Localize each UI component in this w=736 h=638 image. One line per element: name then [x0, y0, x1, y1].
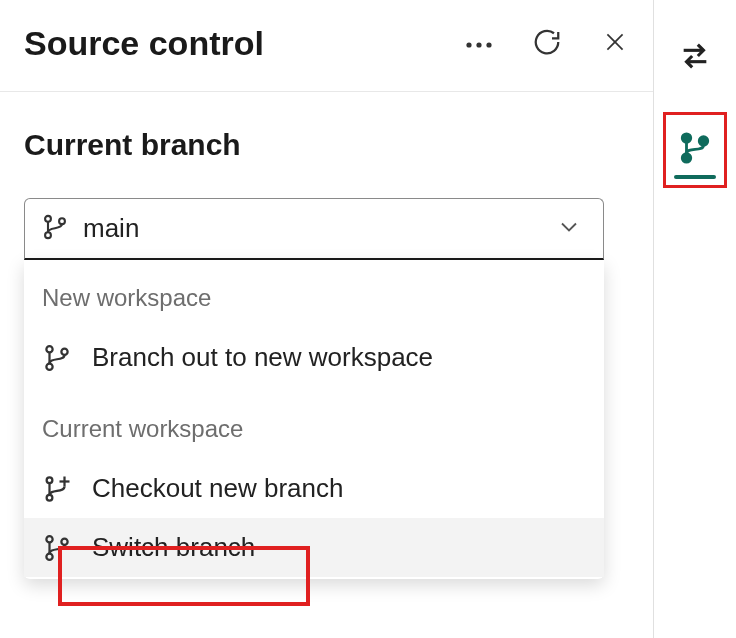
header-actions	[465, 30, 629, 58]
menu-item-checkout-new[interactable]: Checkout new branch	[24, 459, 604, 518]
more-icon	[465, 35, 493, 53]
branch-dropdown-menu: New workspace Branch out to new workspac…	[24, 260, 604, 579]
swap-arrows-icon	[678, 39, 712, 77]
svg-point-1	[476, 42, 481, 47]
branch-dropdown: main New workspace Branch out to new wor…	[24, 198, 604, 260]
section-label: Current branch	[24, 128, 629, 162]
right-rail	[654, 0, 736, 638]
branch-dropdown-trigger[interactable]: main	[24, 198, 604, 260]
svg-point-11	[47, 477, 53, 483]
svg-point-16	[682, 134, 691, 143]
menu-item-switch-branch[interactable]: Switch branch	[24, 518, 604, 577]
active-indicator	[674, 175, 716, 179]
svg-point-15	[61, 538, 67, 544]
branch-icon	[678, 131, 712, 169]
dropdown-group-label: New workspace	[24, 278, 604, 328]
svg-point-9	[46, 363, 52, 369]
panel-header: Source control	[0, 0, 653, 92]
rail-source-control-button[interactable]	[663, 112, 727, 188]
close-button[interactable]	[601, 30, 629, 58]
panel-title: Source control	[24, 24, 264, 63]
chevron-down-icon	[555, 213, 583, 245]
menu-item-label: Checkout new branch	[92, 473, 343, 504]
svg-point-5	[45, 215, 51, 221]
svg-point-7	[59, 218, 65, 224]
svg-point-14	[46, 553, 52, 559]
refresh-icon	[532, 27, 562, 61]
dropdown-group-label: Current workspace	[24, 409, 604, 459]
rail-swap-button[interactable]	[663, 28, 727, 88]
branch-plus-icon	[42, 474, 76, 504]
svg-point-13	[46, 536, 52, 542]
branch-icon	[42, 343, 76, 373]
refresh-button[interactable]	[533, 30, 561, 58]
close-icon	[602, 29, 628, 59]
branch-dropdown-value: main	[83, 213, 139, 244]
branch-icon	[41, 213, 69, 245]
svg-point-8	[46, 346, 52, 352]
branch-icon	[42, 533, 76, 563]
menu-item-branch-out[interactable]: Branch out to new workspace	[24, 328, 604, 387]
svg-point-2	[486, 42, 491, 47]
svg-point-6	[45, 232, 51, 238]
svg-point-12	[47, 494, 53, 500]
svg-point-17	[682, 154, 691, 163]
svg-point-18	[699, 137, 708, 146]
svg-point-0	[466, 42, 471, 47]
more-button[interactable]	[465, 30, 493, 58]
svg-point-10	[61, 348, 67, 354]
menu-item-label: Branch out to new workspace	[92, 342, 433, 373]
menu-item-label: Switch branch	[92, 532, 255, 563]
